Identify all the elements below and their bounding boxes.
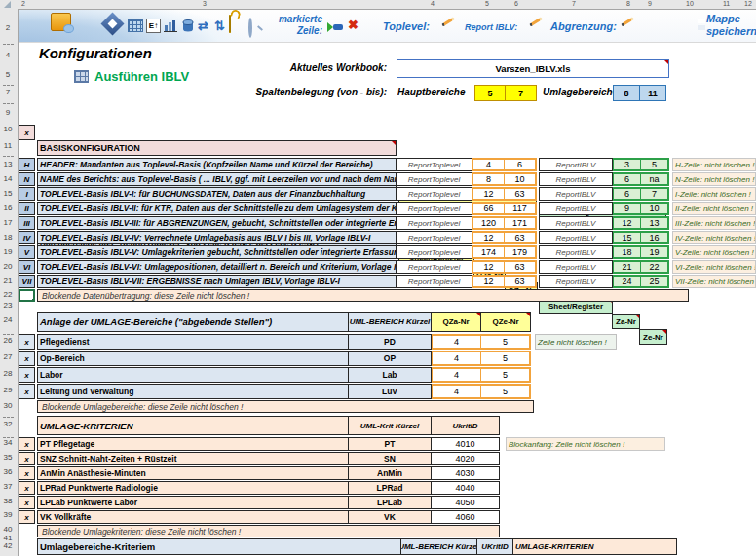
- row-label[interactable]: 30: [0, 401, 16, 410]
- col-header-ukritid[interactable]: UKritID: [476, 538, 513, 555]
- row-label[interactable]: 38: [0, 497, 16, 505]
- kriterium-id-cell[interactable]: 4030: [431, 466, 500, 480]
- config-desc-cell[interactable]: TOPLEVEL-Basis IBLV-I: für BUCHUNGSDATEN…: [37, 187, 397, 201]
- target-sheet-cell[interactable]: ReportIBLV: [539, 216, 613, 230]
- kriterium-id-cell[interactable]: 4010: [431, 437, 500, 451]
- target-sheet-cell[interactable]: ReportIBLV: [539, 231, 613, 244]
- row-note[interactable]: H-Zeile: nicht löschen !: [672, 158, 756, 171]
- col-label[interactable]: 7: [572, 0, 576, 7]
- kriterium-name-cell[interactable]: VK Vollkräfte: [37, 510, 349, 524]
- kriterium-kuerzel-cell[interactable]: SN: [348, 452, 432, 465]
- row-label[interactable]: 29: [0, 386, 16, 394]
- target-range-cells[interactable]: 1516: [612, 231, 669, 244]
- source-range-cells[interactable]: 174179: [472, 245, 537, 259]
- source-sheet-cell[interactable]: ReportToplevel: [396, 245, 472, 259]
- row-label[interactable]: 17: [0, 218, 16, 227]
- row-note[interactable]: Blockanfang: Zeile nicht löschen !: [506, 437, 665, 451]
- source-range-cells[interactable]: 810: [472, 172, 537, 186]
- row-label[interactable]: 9: [0, 108, 16, 117]
- target-range-cells[interactable]: 67: [612, 187, 669, 201]
- row-label[interactable]: 42: [0, 541, 16, 550]
- target-sheet-cell[interactable]: ReportIBLV: [539, 275, 613, 288]
- row-marker-cell[interactable]: x: [19, 496, 35, 509]
- run-iblv-icon[interactable]: [74, 70, 89, 83]
- kriterium-kuerzel-cell[interactable]: LPLab: [348, 496, 432, 509]
- row-note[interactable]: I-Zeile: nicht löschen !: [672, 187, 756, 201]
- source-sheet-cell[interactable]: ReportToplevel: [396, 275, 472, 288]
- row-label[interactable]: 34: [0, 438, 16, 447]
- col-label[interactable]: 11: [723, 0, 730, 7]
- row-label[interactable]: 39: [0, 510, 16, 519]
- col-header-ze[interactable]: Ze-Nr: [639, 329, 667, 345]
- umlage-kuerzel-cell[interactable]: PD: [348, 334, 432, 350]
- umlagebereiche-bis-cell[interactable]: 11: [639, 85, 666, 101]
- row-label[interactable]: 20: [0, 262, 16, 271]
- database-drum-icon[interactable]: [181, 19, 195, 36]
- row-id-cell[interactable]: VII: [19, 275, 35, 288]
- header-edit-icon[interactable]: E↑: [146, 19, 161, 33]
- row-label[interactable]: 36: [0, 467, 16, 476]
- target-range-cells[interactable]: 910: [612, 202, 669, 215]
- delete-row-icon[interactable]: ✖: [348, 19, 359, 31]
- chart-bars-icon[interactable]: [164, 19, 178, 36]
- col-label[interactable]: 10: [686, 0, 694, 7]
- row-label[interactable]: 32: [0, 420, 16, 428]
- source-sheet-cell[interactable]: ReportToplevel: [396, 216, 472, 230]
- row-id-cell[interactable]: N: [19, 172, 35, 186]
- row-collapse-mark[interactable]: [3, 154, 14, 157]
- source-range-cells[interactable]: 1263: [472, 187, 537, 201]
- col-header-ukritid[interactable]: UkritID: [431, 416, 500, 435]
- row-marker-cell[interactable]: x: [19, 510, 35, 524]
- col-header-uml-bereich[interactable]: UML-BEREICH Kürzel: [348, 312, 432, 332]
- row-label[interactable]: 5: [0, 70, 16, 79]
- umlage-name-cell[interactable]: Leitung und Verwaltung: [37, 384, 349, 399]
- umlage-kuerzel-cell[interactable]: Lab: [348, 367, 432, 383]
- col-label[interactable]: 12: [744, 0, 752, 7]
- row-label[interactable]: 11: [0, 141, 16, 150]
- row-label[interactable]: 21: [0, 277, 16, 285]
- row-label[interactable]: 35: [0, 453, 16, 462]
- target-sheet-cell[interactable]: ReportIBLV: [539, 260, 613, 274]
- umlagebereiche-von-cell[interactable]: 8: [613, 85, 640, 101]
- umlage-range-cells[interactable]: 45: [431, 334, 531, 350]
- row-note[interactable]: IV-Zeile: nicht löschen !: [672, 231, 756, 244]
- config-desc-cell[interactable]: TOPLEVEL-Basis IBLV-V: Umlagekriterien g…: [37, 245, 397, 259]
- umlage-kuerzel-cell[interactable]: OP: [348, 351, 432, 366]
- row-id-cell[interactable]: III: [19, 216, 35, 230]
- row-marker-cell[interactable]: x: [19, 384, 35, 399]
- source-range-cells[interactable]: 1263: [472, 275, 537, 288]
- row-id-cell[interactable]: IV: [19, 231, 35, 244]
- col-label[interactable]: 4: [431, 0, 435, 7]
- col-label[interactable]: 3: [203, 0, 207, 7]
- row-label[interactable]: 2: [0, 23, 16, 32]
- row-label[interactable]: 18: [0, 233, 16, 241]
- select-all-corner-icon[interactable]: [4, 1, 11, 8]
- umlage-name-cell[interactable]: Pflegedienst: [37, 334, 349, 350]
- kriterium-name-cell[interactable]: PT Pflegetage: [37, 437, 349, 451]
- hauptbereiche-von-cell[interactable]: 5: [474, 85, 506, 101]
- umlage-block-end-note[interactable]: Blockende Umlagebereiche: diese Zeile ni…: [37, 400, 534, 413]
- row-label[interactable]: 13: [0, 160, 16, 168]
- col-label[interactable]: 6: [514, 0, 518, 7]
- row-id-cell[interactable]: I: [19, 187, 35, 201]
- row-note[interactable]: II-Zeile: nicht löschen !: [672, 202, 756, 215]
- insert-row-icon[interactable]: [327, 19, 344, 37]
- row-collapse-mark[interactable]: [3, 83, 14, 86]
- umlage-range-cells[interactable]: 45: [431, 351, 531, 366]
- row-marker-cell[interactable]: x: [19, 367, 35, 383]
- kriterium-name-cell[interactable]: AnMin Anästhesie-Minuten: [37, 466, 349, 480]
- row-collapse-mark[interactable]: [3, 42, 14, 45]
- table-grid-icon[interactable]: [128, 19, 143, 32]
- row-label[interactable]: 19: [0, 247, 16, 256]
- target-range-cells[interactable]: 1819: [612, 245, 669, 259]
- col-header-qza[interactable]: QZa-Nr: [431, 312, 481, 332]
- workbook-value-field[interactable]: Varszen_IBLV.xls: [397, 59, 669, 78]
- kriterium-id-cell[interactable]: 4040: [431, 481, 500, 495]
- col-label[interactable]: 5: [485, 0, 489, 7]
- row-marker-cell[interactable]: x: [19, 452, 35, 465]
- source-range-cells[interactable]: 120171: [472, 216, 537, 230]
- kriterien-section-title[interactable]: UMLAGE-KRITERIEN: [37, 416, 349, 435]
- row-id-cell[interactable]: VI: [19, 260, 35, 274]
- unlock-icon[interactable]: [229, 15, 231, 33]
- row-collapse-mark[interactable]: [3, 415, 14, 418]
